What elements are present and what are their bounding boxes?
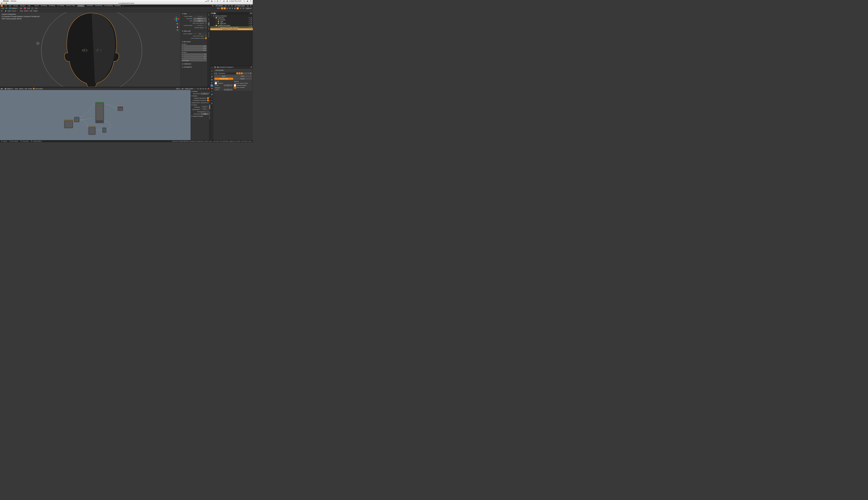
outliner-editor-selector[interactable]: ≔▾ xyxy=(211,12,213,14)
weather-indicator[interactable]: ☁ 22° xyxy=(205,0,209,2)
prop-tab-output[interactable]: 🖨 xyxy=(210,70,213,72)
outliner-item[interactable]: ▸▽Genesis 8 Female.001👁▦ xyxy=(210,28,253,30)
workspace-tab[interactable]: Compositing xyxy=(104,5,113,7)
localcam-value[interactable]: Camera xyxy=(193,24,207,26)
renderregion-checkbox[interactable] xyxy=(205,27,207,29)
view3d-menu-object[interactable]: Object xyxy=(33,10,38,12)
editor-type-selector[interactable]: ✦▾ xyxy=(1,7,5,9)
shader-node[interactable] xyxy=(89,126,95,135)
transshadow-checkbox[interactable] xyxy=(207,100,209,101)
node-menu-view[interactable]: View xyxy=(14,88,18,90)
pin-button[interactable]: 📌 xyxy=(207,88,209,90)
shading-matprev[interactable]: ◐ xyxy=(234,7,236,9)
npanel-tab-edit[interactable]: Edit xyxy=(208,26,210,31)
focal-value[interactable]: 50 mm xyxy=(193,15,207,18)
orientation-selector[interactable]: 🌐 Global ▾ xyxy=(8,7,18,9)
prop-editor-selector[interactable]: ⚙▾ xyxy=(214,66,216,68)
boundary-smooth-selector[interactable]: Smooth, keep corners xyxy=(234,82,252,84)
prop-tab-constraints[interactable]: 🔗 xyxy=(210,93,213,96)
outliner-root[interactable]: ▾🗀Scene Collection xyxy=(210,15,253,17)
shading-solid[interactable]: ● xyxy=(231,7,233,9)
modifier-realtime-toggle[interactable] xyxy=(239,72,240,74)
disp-value[interactable]: Displacement… xyxy=(201,102,209,104)
proportional-toggle[interactable]: ◯ xyxy=(31,7,33,9)
modifier-move-up[interactable] xyxy=(245,72,247,74)
node-tab-tool[interactable]: Tool xyxy=(209,95,210,99)
scene-selector[interactable]: 🎬 Scene xyxy=(215,5,224,7)
outliner-item[interactable]: ▸💡Light👁▦ xyxy=(210,21,253,23)
battery-icon[interactable]: ▮ xyxy=(227,0,228,2)
viewlayer-selector[interactable]: 🗂 View Layer xyxy=(234,5,246,7)
npanel-tab-3dprint[interactable]: 3D-Print xyxy=(208,31,210,38)
fullscreen-window-button[interactable] xyxy=(5,3,7,4)
material-users[interactable]: 3 xyxy=(197,88,199,90)
outliner-search-input[interactable] xyxy=(216,12,249,14)
node-tab-nodewrangler[interactable]: Node Wrangler xyxy=(209,110,210,120)
gizmo-toggle[interactable]: ⊹ xyxy=(221,7,223,9)
scene-new-button[interactable]: ◫ xyxy=(225,5,227,7)
workspace-tab-active[interactable]: Shading xyxy=(77,5,85,7)
prop-tab-modifiers[interactable]: 🔧 xyxy=(210,84,213,87)
use-nodes-checkbox[interactable] xyxy=(33,88,35,89)
3d-viewport[interactable]: Camera Perspective (1) Genesis 8 Female … xyxy=(0,12,210,87)
interp-value[interactable]: Linear xyxy=(201,109,209,111)
editor-type-selector[interactable]: ◉▾ xyxy=(1,88,3,90)
spotlight-icon[interactable]: 🔍 xyxy=(243,0,245,2)
header-options[interactable]: Options xyxy=(245,7,252,9)
outliner-display-mode[interactable]: ▦▾ xyxy=(214,12,216,14)
viewlayer-delete-button[interactable]: ✕ xyxy=(250,5,252,7)
date-time[interactable]: 4 June Thu 14:07 xyxy=(229,0,241,2)
navigation-gizmo[interactable] xyxy=(174,16,179,22)
subsurf-simple-tab[interactable]: Simple xyxy=(233,78,252,80)
prop-tab-material[interactable]: ● xyxy=(210,99,213,102)
npanel-tab-item[interactable]: Item xyxy=(208,12,210,17)
material-slot-selector[interactable]: Slot 1 xyxy=(175,88,181,90)
wifi-icon[interactable]: ᯤ xyxy=(220,0,221,2)
workspace-tab[interactable]: UV Editing xyxy=(57,5,65,7)
rot-y[interactable]: 0° xyxy=(183,55,207,57)
shading-dropdown[interactable]: ▾ xyxy=(239,7,242,9)
workspace-tab[interactable]: Texture Paint xyxy=(66,5,75,7)
clipstart-value[interactable]: 0.001 m xyxy=(193,18,207,20)
workspace-tab[interactable]: Scripting xyxy=(114,5,121,7)
rotation-mode-selector[interactable]: XYZ Euler xyxy=(181,59,207,61)
duplicate-material-button[interactable]: ⎘ xyxy=(202,88,204,90)
overlays-toggle[interactable]: ⊚ xyxy=(224,7,226,9)
outliner-filter-button[interactable]: ▼ xyxy=(250,12,252,14)
step-value[interactable]: 1.000 xyxy=(201,113,209,115)
menu-edit[interactable]: Edit xyxy=(9,5,12,7)
workspace-tab[interactable]: Rendering xyxy=(95,5,102,7)
levels-render-value[interactable]: 3 xyxy=(224,84,232,86)
modifier-expand-icon[interactable]: ▾ xyxy=(214,72,215,74)
modifier-name-field[interactable]: Subdivision xyxy=(218,72,236,74)
shader-node[interactable] xyxy=(102,127,106,133)
add-modifier-button[interactable]: Add Modifier xyxy=(214,69,252,71)
new-material-button[interactable]: ◫ xyxy=(199,88,202,90)
outliner-item[interactable]: ▸💡Light.001👁▦ xyxy=(210,23,253,24)
scene-browse-button[interactable]: ☶ xyxy=(212,5,214,7)
section-viewlock[interactable]: ▾ View Lock xyxy=(181,30,207,32)
outliner-item[interactable]: ▸📷Camera👁▦ xyxy=(210,19,253,21)
section-vpdisplay[interactable]: ▸ Viewport Display xyxy=(192,115,209,117)
node-tab-options[interactable]: Options xyxy=(209,104,210,110)
outliner-item[interactable]: ▾▽Genesis 8 Female Meshes👁▦ xyxy=(210,26,253,28)
pivot-selector[interactable]: ⊙▾ xyxy=(19,7,23,9)
mode-selector[interactable]: ▦ Object Mode ▾ xyxy=(4,10,19,12)
uselocalcam-checkbox[interactable] xyxy=(205,22,207,24)
menu-file[interactable]: File xyxy=(4,5,7,7)
shader-type-selector[interactable]: ▦ Object ▾ xyxy=(4,88,13,90)
workspace-tab[interactable]: Modeling xyxy=(41,5,47,7)
material-browse-button[interactable]: ●▾ xyxy=(182,88,184,90)
view3d-menu-select[interactable]: Select xyxy=(24,10,28,12)
axis-y-icon[interactable] xyxy=(176,18,177,20)
add-workspace-button[interactable]: ＋ xyxy=(122,5,124,7)
material-output-node[interactable] xyxy=(118,106,123,111)
modifier-copy-button[interactable]: Copy xyxy=(233,75,252,77)
xray-toggle[interactable]: ◫ xyxy=(226,7,228,9)
camera-view-icon[interactable]: 📷 xyxy=(176,29,179,32)
node-tab-item[interactable]: Item xyxy=(209,90,210,95)
app-name[interactable]: Blender xyxy=(3,0,9,2)
blender-logo-icon[interactable] xyxy=(1,5,3,7)
section-annotations[interactable]: ▸ Annotations xyxy=(181,66,207,68)
lockobj-value[interactable]: ▦ xyxy=(193,33,207,35)
